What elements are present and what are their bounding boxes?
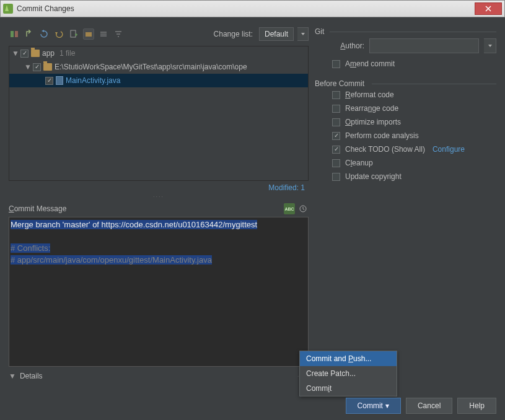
git-section-title: Git [315,27,496,36]
commit-message-header: CCommit Messageommit Message ABC [9,203,309,214]
svg-rect-0 [11,31,14,37]
msg-line: Merge branch 'master' of https://code.cs… [11,220,257,229]
tree-node-label: app [42,49,55,58]
folder-icon [43,63,52,71]
reformat-code-checkbox[interactable]: Reformat code [332,90,496,99]
rollback-icon[interactable] [53,28,64,40]
checkbox[interactable] [332,60,340,68]
commit-button[interactable]: Commit▾ [346,398,401,414]
expand-arrow-icon[interactable]: ▼ [24,63,30,71]
window-titlebar: Commit Changes [0,0,505,17]
close-icon [485,6,491,12]
changes-tree[interactable]: ▼ app 1 file ▼ E:\StutioWorkSpace\MyGitT… [9,46,309,181]
checkbox[interactable] [45,77,53,85]
modified-count: Modified: 1 [9,181,309,192]
svg-rect-1 [15,31,18,37]
group-by-directory-icon[interactable] [83,28,94,40]
change-list-select[interactable]: Default [259,27,294,41]
tree-file-row[interactable]: MainActivity.java [9,74,308,87]
details-label: Details [20,372,43,380]
check-todo-checkbox[interactable]: Check TODO (Show All)Configure [332,145,496,154]
author-input[interactable] [369,38,479,53]
tree-node-hint: 1 file [59,49,75,58]
new-changelist-icon[interactable] [68,28,79,40]
checkbox[interactable] [33,63,41,71]
commit-message-input[interactable]: Merge branch 'master' of https://code.cs… [9,217,309,367]
svg-rect-2 [71,30,76,37]
spellcheck-icon[interactable]: ABC [284,203,295,214]
changes-toolbar: Change list: Default [9,26,309,42]
configure-link[interactable]: Configure [433,145,465,154]
help-button[interactable]: Help [457,398,496,414]
commit-and-push-item[interactable]: Commit and Push... [300,351,397,366]
msg-line: # Conflicts: [11,243,50,253]
tree-root-row[interactable]: ▼ app 1 file [9,46,308,60]
rearrange-code-checkbox[interactable]: Rearrange code [332,104,496,113]
expand-all-icon[interactable] [98,28,109,40]
msg-line: # app/src/main/java/com/openxu/gittest/M… [11,255,212,265]
perform-analysis-checkbox[interactable]: Perform code analysis [332,131,496,140]
amend-commit-checkbox[interactable]: Amend commit [332,59,496,68]
app-icon [3,4,13,14]
show-diff-icon[interactable] [9,28,20,40]
folder-icon [31,50,40,57]
details-toggle[interactable]: ▼ Details ···· [9,372,309,380]
update-copyright-checkbox[interactable]: Update copyright [332,172,496,181]
collapse-all-icon[interactable] [113,28,124,40]
tree-node-label: E:\StutioWorkSpace\MyGitTest\app\src\mai… [55,63,247,71]
splitter-grip[interactable]: ···· [9,192,309,201]
change-list-dropdown-icon[interactable] [297,27,309,41]
dialog-button-bar: Commit▾ Cancel Help [346,398,496,414]
tree-path-row[interactable]: ▼ E:\StutioWorkSpace\MyGitTest\app\src\m… [9,60,308,74]
author-label: Author: [332,42,364,50]
author-row: Author: [332,38,496,53]
commit-dropdown-menu: Commit and Push... Create Patch... Commi… [299,351,397,396]
expand-arrow-icon[interactable]: ▼ [12,49,18,58]
svg-rect-3 [86,32,92,37]
commit-message-label: CCommit Messageommit Message [9,204,281,213]
left-panel: Change list: Default ▼ app 1 file ▼ E:\S… [9,26,309,380]
close-button[interactable] [475,2,502,15]
commit-item[interactable]: Commit [300,381,397,396]
cancel-button[interactable]: Cancel [406,398,452,414]
checkbox[interactable] [20,50,29,58]
expand-arrow-icon: ▼ [9,372,16,380]
refresh-icon[interactable] [38,28,50,40]
before-commit-title: Before Commit [315,79,496,88]
cleanup-checkbox[interactable]: Cleanup [332,159,496,167]
create-patch-item[interactable]: Create Patch... [300,366,397,381]
tree-node-label: MainActivity.java [66,76,120,85]
right-panel: Git Author: Amend commit Before Commit R… [315,26,496,380]
move-icon[interactable] [24,28,35,40]
file-icon [56,76,63,85]
change-list-label: Change list: [214,30,253,38]
window-title: Commit Changes [17,4,475,13]
optimize-imports-checkbox[interactable]: Optimize imports [332,118,496,126]
author-dropdown-icon[interactable] [484,38,496,53]
history-icon[interactable] [297,203,309,214]
